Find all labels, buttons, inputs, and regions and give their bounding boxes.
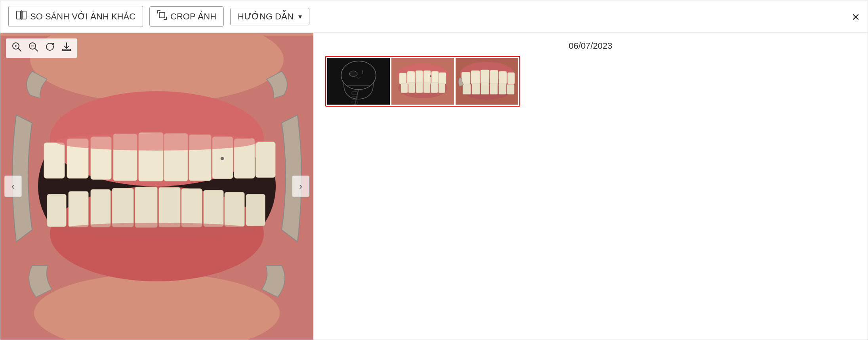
svg-rect-53 bbox=[399, 73, 406, 84]
svg-point-40 bbox=[58, 223, 256, 237]
image-controls bbox=[6, 38, 77, 58]
close-button[interactable]: × bbox=[852, 10, 860, 23]
thumbnail-front-teeth[interactable] bbox=[391, 58, 454, 105]
svg-line-10 bbox=[35, 48, 38, 51]
thumbnail-xray[interactable] bbox=[327, 58, 390, 105]
zoom-in-icon bbox=[11, 42, 22, 54]
compare-btn-label: SO SÁNH VỚI ẢNH KHÁC bbox=[30, 11, 135, 22]
svg-rect-1 bbox=[22, 11, 26, 19]
dropdown-arrow-icon: ▾ bbox=[298, 12, 302, 21]
svg-rect-36 bbox=[181, 189, 202, 227]
svg-rect-31 bbox=[69, 191, 88, 227]
svg-rect-74 bbox=[507, 73, 515, 84]
svg-rect-63 bbox=[431, 82, 438, 93]
svg-rect-71 bbox=[481, 70, 489, 84]
content-area: ‹ › bbox=[0, 33, 868, 340]
svg-rect-73 bbox=[499, 71, 507, 84]
zoom-out-icon bbox=[28, 42, 38, 54]
svg-rect-79 bbox=[499, 84, 506, 94]
svg-rect-77 bbox=[481, 83, 489, 94]
svg-rect-33 bbox=[112, 188, 134, 227]
main-container: SO SÁNH VỚI ẢNH KHÁC CROP ẢNH HƯỚNG DẪN … bbox=[0, 0, 868, 340]
svg-rect-3 bbox=[159, 12, 165, 18]
svg-rect-62 bbox=[424, 82, 430, 93]
guide-btn-label: HƯỚNG DẪN bbox=[238, 11, 294, 22]
next-image-button[interactable]: › bbox=[292, 176, 309, 197]
thumbnails-row bbox=[325, 56, 520, 107]
next-icon: › bbox=[299, 181, 302, 192]
zoom-in-button[interactable] bbox=[10, 41, 23, 55]
svg-rect-78 bbox=[490, 83, 498, 94]
svg-rect-30 bbox=[47, 194, 66, 227]
svg-line-7 bbox=[18, 48, 21, 51]
svg-rect-38 bbox=[225, 192, 244, 227]
date-group: 06/07/2023 bbox=[325, 41, 856, 107]
guide-button[interactable]: HƯỚNG DẪN ▾ bbox=[230, 8, 309, 25]
svg-rect-28 bbox=[256, 142, 275, 178]
rotate-button[interactable] bbox=[43, 41, 57, 55]
right-panel: 06/07/2023 bbox=[313, 33, 868, 340]
svg-rect-72 bbox=[490, 70, 498, 84]
svg-rect-64 bbox=[439, 83, 445, 93]
crop-button[interactable]: CROP ẢNH bbox=[149, 6, 224, 27]
svg-rect-37 bbox=[204, 190, 223, 227]
crop-icon bbox=[157, 10, 167, 23]
svg-rect-69 bbox=[462, 72, 470, 84]
main-teeth-image bbox=[0, 33, 313, 340]
svg-rect-59 bbox=[401, 83, 408, 93]
svg-rect-32 bbox=[91, 189, 111, 227]
zoom-out-button[interactable] bbox=[27, 41, 40, 55]
download-icon bbox=[61, 42, 72, 54]
svg-rect-54 bbox=[407, 71, 415, 84]
svg-point-29 bbox=[56, 133, 258, 151]
thumbnail-side-teeth[interactable] bbox=[456, 58, 518, 105]
svg-rect-42 bbox=[327, 58, 390, 105]
svg-rect-57 bbox=[431, 71, 439, 84]
svg-rect-76 bbox=[472, 83, 480, 94]
date-label: 06/07/2023 bbox=[325, 41, 856, 51]
image-viewer: ‹ › bbox=[0, 33, 313, 340]
svg-rect-34 bbox=[135, 187, 157, 227]
compare-button[interactable]: SO SÁNH VỚI ẢNH KHÁC bbox=[8, 6, 143, 27]
svg-point-65 bbox=[430, 75, 431, 77]
svg-rect-35 bbox=[159, 187, 180, 227]
svg-point-48 bbox=[349, 71, 357, 76]
crop-btn-label: CROP ẢNH bbox=[170, 11, 216, 22]
rotate-icon bbox=[45, 42, 55, 54]
download-button[interactable] bbox=[60, 41, 73, 55]
prev-image-button[interactable]: ‹ bbox=[4, 176, 22, 197]
svg-rect-75 bbox=[463, 84, 471, 94]
compare-icon bbox=[16, 10, 27, 23]
svg-rect-60 bbox=[408, 82, 415, 93]
svg-rect-61 bbox=[416, 82, 423, 93]
svg-point-41 bbox=[221, 157, 224, 160]
svg-rect-58 bbox=[439, 73, 446, 84]
svg-rect-70 bbox=[471, 71, 480, 84]
prev-icon: ‹ bbox=[11, 181, 15, 192]
close-icon: × bbox=[852, 9, 860, 24]
svg-rect-19 bbox=[44, 143, 65, 178]
svg-rect-12 bbox=[63, 49, 71, 51]
toolbar: SO SÁNH VỚI ẢNH KHÁC CROP ẢNH HƯỚNG DẪN … bbox=[0, 0, 868, 33]
svg-rect-80 bbox=[507, 84, 514, 94]
svg-rect-0 bbox=[17, 11, 21, 19]
svg-rect-39 bbox=[246, 194, 265, 226]
